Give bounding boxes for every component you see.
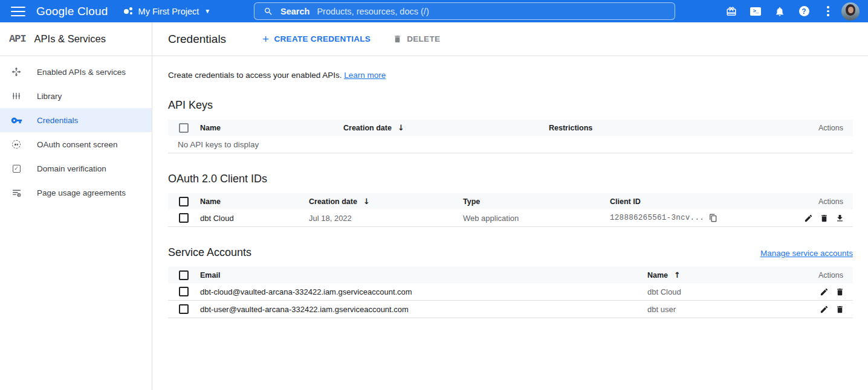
column-header-name[interactable]: Name	[200, 124, 343, 132]
sort-desc-icon: ↓	[398, 123, 404, 132]
edit-pencil-icon[interactable]	[820, 305, 829, 314]
trash-icon	[393, 34, 402, 43]
sidebar-title: APIs & Services	[34, 33, 106, 45]
select-all-checkbox[interactable]	[179, 123, 189, 133]
topbar-actions: >_ ?	[719, 0, 863, 22]
service-account-name: dbt Cloud	[647, 287, 798, 296]
service-accounts-title: Service Accounts	[168, 246, 251, 259]
column-header-actions: Actions	[798, 271, 853, 280]
row-actions	[798, 287, 853, 296]
select-all-checkbox[interactable]	[179, 197, 189, 206]
service-account-email: dbt-cloud@vaulted-arcana-332422.iam.gser…	[200, 287, 647, 296]
select-all-checkbox[interactable]	[179, 270, 189, 280]
project-name: My First Project	[138, 7, 199, 16]
sidebar-item-label: OAuth consent screen	[37, 140, 118, 149]
client-type: Web application	[463, 214, 610, 223]
delete-trash-icon[interactable]	[835, 305, 844, 314]
column-header-restrictions[interactable]: Restrictions	[549, 124, 802, 132]
oauth-clients-title: OAuth 2.0 Client IDs	[168, 173, 853, 185]
enabled-apis-icon	[10, 66, 22, 78]
table-row: dbt Cloud Jul 18, 2022 Web application 1…	[168, 209, 853, 227]
column-header-name[interactable]: Name↑	[647, 270, 798, 280]
cloud-shell-icon[interactable]: >_	[743, 0, 768, 22]
page-content: Create credentials to access your enable…	[152, 56, 868, 318]
main-panel: Credentials + CREATE CREDENTIALS DELETE …	[152, 22, 868, 390]
api-keys-empty-state: No API keys to display	[168, 136, 853, 153]
sidebar-item-page-usage-agreements[interactable]: Page usage agreements	[0, 181, 152, 205]
oauth-clients-table: Name Creation date↓ Type Client ID Actio…	[168, 193, 853, 227]
download-icon[interactable]	[835, 214, 844, 223]
agreements-icon	[10, 187, 22, 199]
sidebar-item-oauth-consent[interactable]: OAuth consent screen	[0, 132, 152, 156]
column-header-type[interactable]: Type	[463, 197, 610, 206]
page-toolbar: Credentials + CREATE CREDENTIALS DELETE	[152, 22, 868, 56]
row-checkbox[interactable]	[179, 304, 189, 314]
free-trial-gift-icon[interactable]	[719, 0, 743, 22]
service-account-name: dbt user	[647, 305, 798, 314]
top-app-bar: Google Cloud My First Project ▼ Search P…	[0, 0, 868, 22]
row-checkbox[interactable]	[179, 287, 189, 296]
column-header-name[interactable]: Name	[200, 197, 309, 206]
delete-trash-icon[interactable]	[835, 287, 844, 296]
google-cloud-logo[interactable]: Google Cloud	[36, 5, 108, 18]
edit-pencil-icon[interactable]	[804, 214, 813, 223]
sidebar-nav: Enabled APIs & services Library Credenti…	[0, 56, 152, 205]
user-avatar[interactable]	[841, 2, 860, 21]
sidebar-item-credentials[interactable]: Credentials	[0, 108, 152, 132]
service-account-email: dbt-user@vaulted-arcana-332422.iam.gserv…	[200, 305, 647, 314]
sort-asc-icon: ↑	[674, 270, 681, 280]
search-icon	[264, 7, 273, 16]
notifications-bell-icon[interactable]	[768, 0, 792, 22]
delete-button[interactable]: DELETE	[393, 34, 440, 43]
service-accounts-table: Email Name↑ Actions dbt-cloud@vaulted-ar…	[168, 267, 853, 318]
api-keys-table: Name Creation date↓ Restrictions Actions…	[168, 120, 853, 153]
project-icon	[124, 7, 134, 16]
api-keys-title: API Keys	[168, 99, 853, 112]
sidebar-item-label: Enabled APIs & services	[37, 68, 126, 77]
menu-icon[interactable]	[11, 7, 25, 16]
intro-text: Create credentials to access your enable…	[168, 71, 853, 80]
sidebar: API APIs & Services Enabled APIs & servi…	[0, 22, 152, 390]
project-selector[interactable]: My First Project ▼	[124, 7, 211, 16]
delete-trash-icon[interactable]	[820, 214, 829, 223]
column-header-actions: Actions	[786, 197, 853, 206]
sidebar-item-label: Page usage agreements	[37, 188, 126, 197]
client-id-value: 128886265561-3ncv...	[610, 214, 786, 222]
column-header-email[interactable]: Email	[200, 271, 647, 280]
learn-more-link[interactable]: Learn more	[344, 71, 386, 80]
page-title: Credentials	[168, 33, 226, 46]
more-options-icon[interactable]	[816, 0, 840, 22]
column-header-creation-date[interactable]: Creation date↓	[343, 123, 549, 132]
create-credentials-button[interactable]: + CREATE CREDENTIALS	[262, 33, 371, 45]
help-icon[interactable]: ?	[792, 0, 816, 22]
domain-verification-icon: ✓	[10, 162, 22, 174]
copy-icon[interactable]	[709, 214, 717, 222]
api-keys-header-row: Name Creation date↓ Restrictions Actions	[168, 120, 853, 136]
search-input[interactable]: Search Products, resources, docs (/)	[254, 2, 675, 20]
library-icon	[10, 90, 22, 102]
row-actions	[786, 214, 853, 223]
sidebar-item-label: Credentials	[37, 116, 78, 125]
sidebar-item-enabled-apis[interactable]: Enabled APIs & services	[0, 60, 152, 84]
column-header-client-id[interactable]: Client ID	[610, 197, 786, 206]
client-creation-date: Jul 18, 2022	[309, 214, 463, 223]
sidebar-header: API APIs & Services	[0, 22, 152, 56]
edit-pencil-icon[interactable]	[820, 287, 829, 296]
key-icon	[10, 114, 22, 126]
client-name: dbt Cloud	[200, 214, 309, 223]
consent-screen-icon	[10, 138, 22, 150]
sidebar-item-library[interactable]: Library	[0, 84, 152, 108]
sidebar-item-label: Domain verification	[37, 164, 106, 173]
sort-desc-icon: ↓	[363, 197, 370, 206]
column-header-creation-date[interactable]: Creation date↓	[309, 197, 463, 206]
row-actions	[798, 305, 853, 314]
table-row: dbt-user@vaulted-arcana-332422.iam.gserv…	[168, 301, 853, 318]
sidebar-item-domain-verification[interactable]: ✓ Domain verification	[0, 156, 152, 181]
oauth-header-row: Name Creation date↓ Type Client ID Actio…	[168, 193, 853, 209]
manage-service-accounts-link[interactable]: Manage service accounts	[760, 249, 853, 258]
plus-icon: +	[262, 33, 269, 45]
table-row: dbt-cloud@vaulted-arcana-332422.iam.gser…	[168, 283, 853, 301]
chevron-down-icon: ▼	[204, 8, 210, 14]
row-checkbox[interactable]	[179, 213, 189, 223]
search-label: Search	[280, 7, 309, 16]
